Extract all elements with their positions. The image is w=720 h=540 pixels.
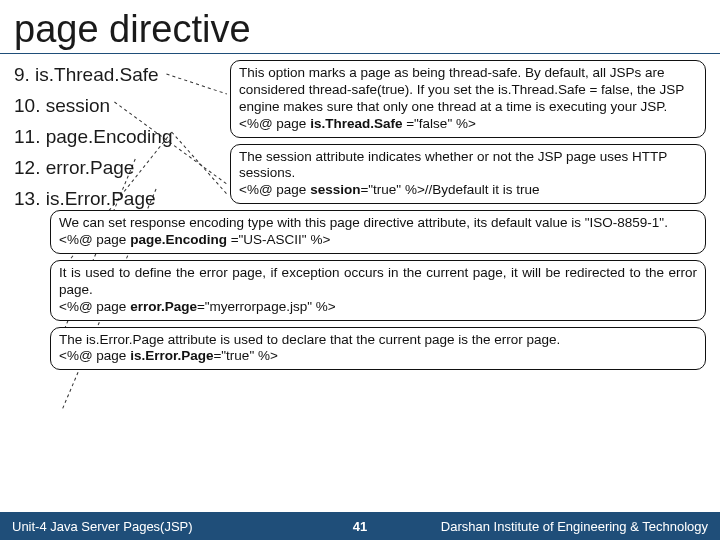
code-pre: <%@ page xyxy=(59,299,130,314)
code-pre: <%@ page xyxy=(239,116,310,131)
callout-text: This option marks a page as being thread… xyxy=(239,65,684,114)
callout-errorpage: It is used to define the error page, if … xyxy=(50,260,706,321)
list-item: 12. error.Page xyxy=(14,157,224,179)
footer-institute: Darshan Institute of Engineering & Techn… xyxy=(390,519,720,534)
footer-unit: Unit-4 Java Server Pages(JSP) xyxy=(0,519,330,534)
footer-bar: Unit-4 Java Server Pages(JSP) 41 Darshan… xyxy=(0,512,720,540)
callout-threadsafe: This option marks a page as being thread… xyxy=(230,60,706,138)
callout-encoding: We can set response encoding type with t… xyxy=(50,210,706,254)
code-post: ="true" %> xyxy=(213,348,277,363)
list-item: 11. page.Encoding xyxy=(14,126,224,148)
code-bold: session xyxy=(310,182,360,197)
code-pre: <%@ page xyxy=(239,182,310,197)
list-item: 10. session xyxy=(14,95,224,117)
callout-text: The is.Error.Page attribute is used to d… xyxy=(59,332,560,347)
code-pre: <%@ page xyxy=(59,348,130,363)
code-bold: is.Thread.Safe xyxy=(310,116,402,131)
callout-text: It is used to define the error page, if … xyxy=(59,265,697,297)
callout-iserrorpage: The is.Error.Page attribute is used to d… xyxy=(50,327,706,371)
list-item: 13. is.Error.Page xyxy=(14,188,224,210)
code-bold: page.Encoding xyxy=(130,232,227,247)
callout-text: The session attribute indicates whether … xyxy=(239,149,667,181)
code-post: ="myerrorpage.jsp" %> xyxy=(197,299,336,314)
code-bold: error.Page xyxy=(130,299,197,314)
callout-session: The session attribute indicates whether … xyxy=(230,144,706,205)
code-post: ="US-ASCII" %> xyxy=(227,232,330,247)
callout-text: We can set response encoding type with t… xyxy=(59,215,668,230)
slide: page directive 9. is.Thread.Safe 10. ses… xyxy=(0,0,720,540)
content-area: 9. is.Thread.Safe 10. session 11. page.E… xyxy=(0,54,720,494)
code-bold: is.Error.Page xyxy=(130,348,213,363)
callout-column: This option marks a page as being thread… xyxy=(230,60,706,376)
page-title: page directive xyxy=(0,0,720,54)
attribute-list: 9. is.Thread.Safe 10. session 11. page.E… xyxy=(14,64,224,219)
footer-page-number: 41 xyxy=(330,519,390,534)
code-post: ="true" %>//Bydefault it is true xyxy=(360,182,539,197)
code-pre: <%@ page xyxy=(59,232,130,247)
list-item: 9. is.Thread.Safe xyxy=(14,64,224,86)
code-post: ="false" %> xyxy=(402,116,475,131)
